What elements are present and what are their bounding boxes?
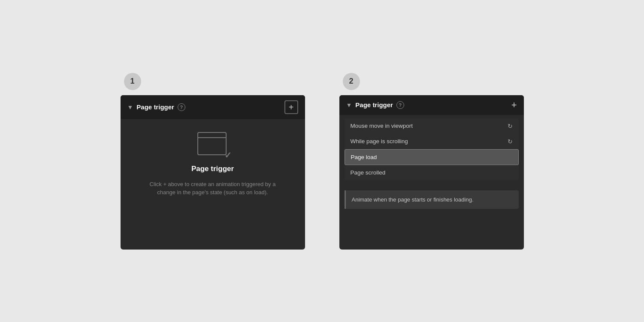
dropdown-item-label: Page scrolled <box>351 169 386 176</box>
refresh-icon-2: ↻ <box>508 138 513 145</box>
refresh-icon: ↻ <box>508 123 513 129</box>
panel-2-title: Page trigger <box>355 101 393 108</box>
browser-window <box>197 132 227 155</box>
step-1: 1 ▼ Page trigger ? + ✓ Page trigger <box>121 73 305 250</box>
dropdown-item-label: Mouse move in viewport <box>351 123 413 129</box>
tooltip-box: Animate when the page starts or finishes… <box>345 190 519 209</box>
panel-1-header: ▼ Page trigger ? + <box>121 95 305 119</box>
empty-state-title: Page trigger <box>191 165 234 173</box>
help-icon[interactable]: ? <box>178 103 185 111</box>
panel-2-header-left: ▼ Page trigger ? <box>346 101 404 109</box>
check-icon: ✓ <box>224 150 232 160</box>
trigger-dropdown: Mouse move in viewport ↻ While page is s… <box>345 118 519 180</box>
panel-1-header-left: ▼ Page trigger ? <box>127 103 185 111</box>
dropdown-item-mouse-move[interactable]: Mouse move in viewport ↻ <box>345 118 519 134</box>
panel-2: ▼ Page trigger ? + Mouse move in viewpor… <box>339 95 524 250</box>
add-trigger-button-2[interactable]: + <box>511 100 517 110</box>
help-icon-2[interactable]: ? <box>396 101 404 109</box>
panel-1-title: Page trigger <box>136 103 174 111</box>
step-2-badge: 2 <box>343 73 360 90</box>
dropdown-item-page-scrolled[interactable]: Page scrolled <box>345 165 519 180</box>
dropdown-item-scrolling[interactable]: While page is scrolling ↻ <box>345 134 519 149</box>
add-trigger-button[interactable]: + <box>284 100 298 114</box>
empty-state-description: Click + above to create an animation tri… <box>148 180 277 197</box>
panel-1-body: ✓ Page trigger Click + above to create a… <box>121 119 305 210</box>
browser-titlebar <box>198 133 226 138</box>
dropdown-item-label: Page load <box>351 154 377 160</box>
panel-2-header: ▼ Page trigger ? + <box>339 95 524 115</box>
dropdown-item-page-load[interactable]: Page load <box>345 149 519 165</box>
panel-2-body: Mouse move in viewport ↻ While page is s… <box>339 115 524 214</box>
step-1-badge: 1 <box>124 73 141 90</box>
browser-check-icon: ✓ <box>197 132 228 158</box>
step-2: 2 ▼ Page trigger ? + Mouse move in viewp… <box>339 73 524 250</box>
panel-1: ▼ Page trigger ? + ✓ Page trigger Click … <box>121 95 305 250</box>
dropdown-item-label: While page is scrolling <box>351 138 408 144</box>
tooltip-text: Animate when the page starts or finishes… <box>352 196 474 203</box>
chevron-down-icon-2: ▼ <box>346 102 352 108</box>
chevron-down-icon: ▼ <box>127 104 133 111</box>
